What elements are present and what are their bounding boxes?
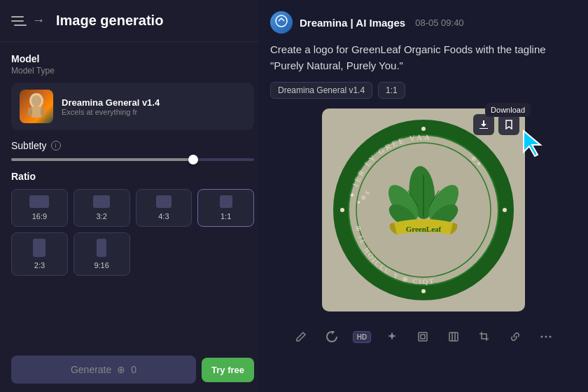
model-card[interactable]: Dreamina General v1.4 Excels at everythi… (11, 83, 254, 130)
ratio-section: Ratio 16:9 3:2 4:3 1:1 2:3 (0, 161, 265, 276)
svg-point-34 (545, 336, 547, 338)
logo-svg: GreenLeaf ✦ IER LY GREE VAA ⊕ IE HOICLU … (322, 108, 525, 312)
ratio-btn-16-9[interactable]: 16:9 (11, 189, 68, 227)
svg-point-25 (421, 289, 426, 293)
ratio-btn-3-2[interactable]: 3:2 (74, 189, 130, 227)
app-icon-letter (275, 15, 288, 30)
bookmark-button[interactable] (498, 114, 519, 135)
svg-point-35 (550, 336, 552, 338)
model-label: Model (11, 53, 254, 64)
ratio-btn-2-3[interactable]: 2:3 (11, 232, 68, 276)
enhance-button[interactable] (382, 327, 402, 346)
tag-ratio: 1:1 (378, 82, 405, 99)
slider-fill (11, 158, 193, 161)
hd-button[interactable]: HD (353, 331, 371, 343)
edit-button[interactable] (291, 327, 311, 346)
ratio-icon-2-3 (33, 239, 46, 257)
ratio-btn-4-3[interactable]: 4:3 (136, 189, 192, 227)
header-bar: → Image generatio (0, 0, 265, 42)
menu-icon[interactable] (11, 16, 24, 26)
model-name: Dreamina General v1.4 (62, 97, 160, 108)
ratio-icon-1-1 (220, 195, 232, 208)
svg-point-26 (340, 208, 344, 212)
app-icon (270, 11, 293, 34)
ratio-text-1-1: 1:1 (220, 212, 231, 220)
ratio-text-2-3: 2:3 (34, 261, 45, 270)
timestamp: 08-05 09:40 (415, 18, 463, 28)
expand-button[interactable] (444, 327, 463, 346)
ratio-icon-4-3 (156, 195, 172, 208)
svg-rect-3 (28, 108, 32, 116)
header-arrow-icon: → (32, 13, 45, 28)
tag-model: Dreamina General v1.4 (270, 82, 372, 99)
ratio-label: Ratio (11, 171, 254, 182)
ratio-icon-3-2 (93, 195, 110, 208)
ratio-btn-1-1[interactable]: 1:1 (197, 189, 254, 227)
model-type-label: Model Type (11, 66, 254, 76)
ratio-text-4-3: 4:3 (158, 212, 169, 220)
svg-point-33 (541, 336, 543, 338)
ratio-icon-9-16 (97, 239, 106, 257)
generate-bar: Generate ⊕ 0 Try free (0, 347, 265, 392)
refresh-button[interactable] (322, 327, 342, 346)
svg-rect-4 (41, 108, 45, 116)
svg-text:GreenLeaf: GreenLeaf (406, 225, 442, 233)
subtlety-section: Subtlety i (0, 130, 265, 161)
try-free-button[interactable]: Try free (202, 358, 254, 382)
left-panel: → Image generatio Model Model Type Dream… (0, 0, 266, 392)
page-title: Image generatio (56, 13, 163, 29)
ratio-text-9-16: 9:16 (94, 261, 108, 270)
ratio-grid-row1: 16:9 3:2 4:3 1:1 (11, 189, 254, 227)
ratio-text-16-9: 16:9 (32, 212, 47, 220)
ratio-grid-row2: 2:3 9:16 (11, 232, 254, 276)
chat-header: Dreamina | AI Images 08-05 09:40 (270, 11, 577, 34)
image-actions-overlay (473, 114, 519, 135)
svg-rect-30 (449, 332, 458, 341)
frame-button[interactable] (413, 327, 433, 346)
cursor-arrow (521, 128, 546, 160)
credit-icon: ⊕ (117, 364, 125, 375)
svg-rect-29 (421, 335, 425, 339)
svg-point-27 (503, 208, 507, 212)
model-description: Excels at everything fr (62, 108, 160, 116)
generate-button[interactable]: Generate ⊕ 0 (11, 356, 196, 384)
svg-rect-28 (419, 332, 427, 341)
slider-thumb[interactable] (188, 155, 198, 164)
subtlety-slider[interactable] (11, 158, 254, 161)
model-thumbnail (20, 90, 53, 123)
subtlety-info-icon[interactable]: i (51, 141, 61, 150)
svg-rect-2 (31, 106, 42, 118)
svg-point-24 (421, 127, 426, 131)
svg-point-1 (31, 95, 41, 106)
link-button[interactable] (505, 327, 525, 346)
generated-image: GreenLeaf ✦ IER LY GREE VAA ⊕ IE HOICLU … (322, 108, 525, 312)
model-info: Dreamina General v1.4 Excels at everythi… (62, 97, 160, 116)
right-panel: Dreamina | AI Images 08-05 09:40 Create … (259, 0, 588, 392)
prompt-text: Create a logo for GreenLeaf Organic Food… (270, 42, 577, 74)
credit-count: 0 (131, 364, 136, 375)
bottom-toolbar: HD (270, 321, 577, 352)
more-button[interactable] (536, 327, 556, 346)
svg-point-5 (276, 15, 287, 27)
ratio-text-3-2: 3:2 (96, 212, 106, 220)
generate-label: Generate (71, 364, 111, 375)
image-container: Download (322, 108, 525, 312)
download-tooltip: Download (485, 103, 531, 117)
ratio-btn-9-16[interactable]: 9:16 (74, 232, 130, 276)
crop-button[interactable] (475, 327, 494, 346)
ratio-icon-16-9 (29, 195, 49, 208)
app-name: Dreamina | AI Images (300, 17, 405, 29)
model-section: Model Model Type Dreamina General v1.4 E… (0, 42, 265, 130)
tags-row: Dreamina General v1.4 1:1 (270, 82, 577, 99)
download-button[interactable] (473, 114, 494, 135)
subtlety-label: Subtlety i (11, 140, 254, 151)
